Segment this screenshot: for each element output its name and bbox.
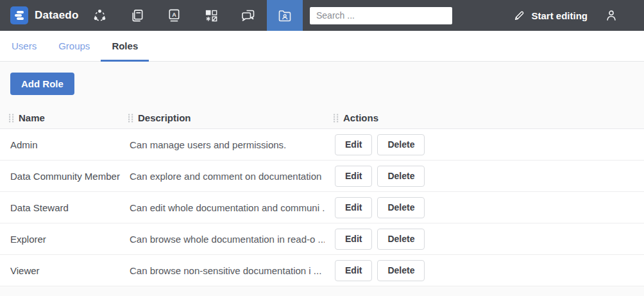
column-label-name: Name (19, 112, 45, 123)
roles-table: Name Description (0, 107, 644, 286)
role-description: Can browse whole documentation in read-o… (119, 234, 325, 245)
search-box (310, 7, 452, 24)
dictionary-icon: A (167, 8, 182, 23)
column-header-name[interactable]: Name (0, 112, 119, 123)
role-name: Admin (0, 139, 119, 150)
nav-access-active[interactable] (267, 0, 303, 31)
drag-handle-icon[interactable] (128, 114, 134, 123)
tab-groups[interactable]: Groups (47, 31, 101, 61)
user-icon (604, 8, 618, 22)
user-account-button[interactable] (604, 8, 618, 22)
delete-button[interactable]: Delete (377, 260, 425, 281)
documentations-icon (130, 8, 144, 23)
role-name: Data Steward (0, 202, 119, 213)
nav-connections[interactable] (81, 0, 118, 31)
start-editing-label: Start editing (531, 10, 588, 21)
table-row: Data Community Member Can explore and co… (0, 161, 644, 192)
column-label-description: Description (138, 112, 191, 123)
connections-icon (92, 8, 107, 23)
nav-documentations[interactable] (118, 0, 155, 31)
role-name: Explorer (0, 234, 119, 245)
edit-button[interactable]: Edit (335, 166, 372, 187)
tab-bar: Users Groups Roles (0, 31, 644, 62)
access-folder-user-icon (277, 8, 292, 23)
logo-stack-glyph (13, 10, 25, 21)
nav-dictionary[interactable]: A (155, 0, 192, 31)
delete-button[interactable]: Delete (377, 134, 425, 155)
navbar-icon-menu: A (81, 0, 303, 31)
comments-icon (241, 8, 256, 23)
edit-button[interactable]: Edit (335, 229, 372, 250)
role-name: Data Community Member (0, 171, 119, 182)
role-description: Can explore and comment on documentation… (119, 171, 325, 182)
tab-roles-label: Roles (112, 40, 138, 51)
tab-roles[interactable]: Roles (101, 31, 149, 61)
edit-button[interactable]: Edit (335, 134, 372, 155)
table-header: Name Description (0, 107, 644, 128)
search-input[interactable] (310, 7, 452, 24)
delete-button[interactable]: Delete (377, 166, 425, 187)
top-navbar: Dataedo A (0, 0, 644, 31)
roles-page: Add Role Name (0, 62, 644, 286)
brand[interactable]: Dataedo (10, 6, 81, 24)
edit-button[interactable]: Edit (335, 260, 372, 281)
role-actions: Edit Delete (325, 229, 644, 250)
tab-users[interactable]: Users (1, 31, 47, 61)
column-header-actions[interactable]: Actions (325, 112, 644, 123)
nav-comments[interactable] (230, 0, 267, 31)
drag-handle-icon[interactable] (333, 114, 339, 123)
column-header-description[interactable]: Description (119, 112, 325, 123)
role-description: Can browse non-sensitive documentation i… (119, 265, 325, 276)
table-row: Admin Can manage users and permissions. … (0, 129, 644, 161)
table-row: Data Steward Can edit whole documentatio… (0, 192, 644, 223)
nav-modules[interactable] (192, 0, 230, 31)
navbar-right: Start editing (513, 8, 618, 22)
column-label-actions: Actions (343, 112, 378, 123)
brand-name: Dataedo (35, 9, 78, 22)
role-actions: Edit Delete (325, 134, 644, 155)
edit-button[interactable]: Edit (335, 197, 372, 218)
drag-handle-icon[interactable] (8, 114, 15, 123)
dataedo-logo-icon (10, 6, 28, 24)
role-actions: Edit Delete (325, 260, 644, 281)
add-role-button[interactable]: Add Role (10, 73, 74, 95)
role-description: Can edit whole documentation and communi… (119, 202, 325, 213)
svg-text:A: A (172, 11, 176, 17)
role-description: Can manage users and permissions. (119, 139, 325, 150)
delete-button[interactable]: Delete (377, 229, 425, 250)
table-body: Admin Can manage users and permissions. … (0, 128, 644, 286)
delete-button[interactable]: Delete (377, 197, 425, 218)
modules-icon (204, 8, 219, 23)
role-actions: Edit Delete (325, 166, 644, 187)
table-row: Explorer Can browse whole documentation … (0, 223, 644, 255)
pencil-icon (513, 10, 525, 22)
role-actions: Edit Delete (325, 197, 644, 218)
role-name: Viewer (0, 265, 119, 276)
tab-users-label: Users (12, 40, 37, 51)
table-row: Viewer Can browse non-sensitive document… (0, 255, 644, 286)
start-editing-button[interactable]: Start editing (513, 10, 588, 22)
tab-groups-label: Groups (58, 40, 90, 51)
